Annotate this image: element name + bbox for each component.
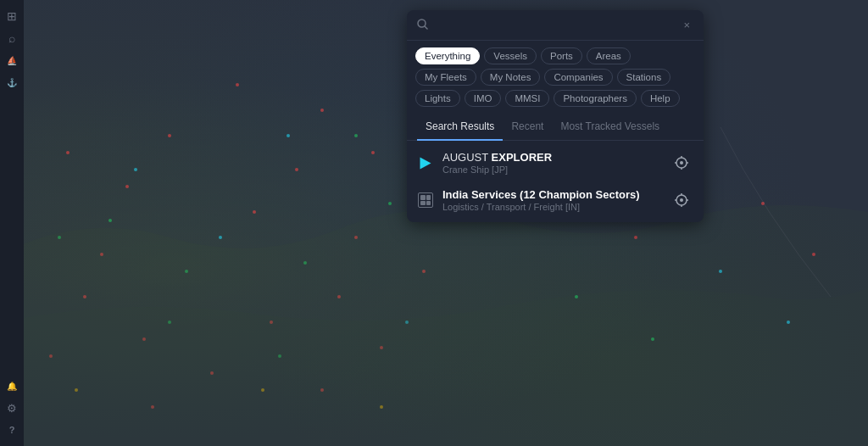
results-tabs: Search Results Recent Most Tracked Vesse… (407, 112, 704, 141)
search-magnifier-icon (417, 19, 428, 32)
chip-lights[interactable]: Lights (415, 90, 460, 107)
svg-point-43 (787, 321, 790, 324)
sidebar-icon-anchor[interactable]: ⚓ (3, 73, 21, 92)
chip-my-fleets[interactable]: My Fleets (415, 69, 476, 86)
result-vessel-title-prefix: AUGUST (442, 151, 492, 164)
svg-point-27 (354, 134, 358, 137)
chip-vessels[interactable]: Vessels (484, 47, 537, 64)
chip-imo[interactable]: IMO (465, 90, 502, 107)
svg-point-23 (388, 202, 392, 205)
result-item-company[interactable]: India Services (12 Champion Sectors) Log… (407, 181, 704, 219)
vessel-icon (417, 154, 434, 171)
sidebar-icon-ship[interactable]: ⛵ (3, 51, 21, 70)
search-clear-button[interactable]: × (680, 17, 693, 33)
result-company-locate-button[interactable] (670, 188, 693, 212)
result-company-subtitle: Logistics / Transport / Freight [IN] (442, 202, 661, 212)
search-input[interactable]: AUGUST EXP (435, 19, 673, 32)
svg-line-45 (425, 26, 427, 29)
svg-point-41 (651, 337, 654, 341)
result-company-title-bold: India Services (12 Champion Sectors) (442, 188, 640, 201)
result-vessel-subtitle: Crane Ship [JP] (442, 164, 661, 175)
chip-photographers[interactable]: Photographers (554, 90, 636, 107)
chip-companies[interactable]: Companies (544, 69, 612, 86)
chip-ports[interactable]: Ports (541, 47, 582, 64)
sidebar-icon-search[interactable]: ⌕ (3, 29, 21, 47)
svg-point-40 (575, 295, 578, 298)
svg-point-19 (236, 83, 239, 86)
tab-search-results[interactable]: Search Results (417, 117, 503, 141)
chip-stations[interactable]: Stations (617, 69, 671, 86)
svg-point-1 (125, 185, 129, 188)
sidebar-icon-bell[interactable]: 🔔 (3, 376, 21, 395)
chip-mmsi[interactable]: MMSI (505, 90, 549, 107)
chip-everything[interactable]: Everything (415, 47, 480, 64)
chip-areas[interactable]: Areas (587, 47, 631, 64)
sidebar-icon-settings[interactable]: ⚙ (3, 399, 21, 417)
chip-my-notes[interactable]: My Notes (481, 69, 541, 86)
result-vessel-title: AUGUST EXPLORER (442, 151, 661, 164)
results-list: AUGUST EXPLORER Crane Ship [JP] (407, 141, 704, 222)
company-icon (417, 192, 434, 209)
sidebar: ⊞ ⌕ ⛵ ⚓ 🔔 ⚙ ? (0, 0, 24, 446)
tab-most-tracked[interactable]: Most Tracked Vessels (552, 117, 668, 141)
svg-point-28 (134, 168, 137, 171)
search-input-row: AUGUST EXP × (407, 10, 704, 41)
svg-point-4 (253, 210, 256, 214)
filter-chips-row: Everything Vessels Ports Areas My Fleets… (407, 41, 704, 112)
result-item-text-company: India Services (12 Champion Sectors) Log… (442, 188, 661, 212)
svg-point-17 (371, 151, 375, 154)
result-item-vessel[interactable]: AUGUST EXPLORER Crane Ship [JP] (407, 144, 704, 181)
svg-point-0 (66, 151, 70, 154)
tab-recent[interactable]: Recent (503, 117, 552, 141)
result-company-title: India Services (12 Champion Sectors) (442, 188, 661, 201)
result-vessel-title-bold: EXPLORER (492, 151, 553, 164)
search-panel: AUGUST EXP × Everything Vessels Ports Ar… (407, 10, 704, 222)
svg-point-2 (168, 134, 171, 137)
chip-help[interactable]: Help (641, 90, 680, 107)
svg-point-20 (108, 219, 112, 222)
result-item-text-vessel: AUGUST EXPLORER Crane Ship [JP] (442, 151, 661, 175)
svg-point-47 (680, 161, 683, 164)
sidebar-icon-help[interactable]: ? (3, 421, 21, 439)
svg-point-42 (719, 270, 722, 273)
sidebar-icon-layers[interactable]: ⊞ (3, 7, 21, 25)
svg-point-5 (295, 168, 298, 171)
svg-point-36 (634, 236, 637, 239)
svg-point-39 (812, 253, 815, 256)
svg-point-30 (287, 134, 290, 137)
svg-point-18 (320, 109, 324, 112)
result-vessel-locate-button[interactable] (670, 151, 693, 175)
svg-point-29 (219, 236, 222, 239)
svg-point-53 (680, 198, 683, 202)
